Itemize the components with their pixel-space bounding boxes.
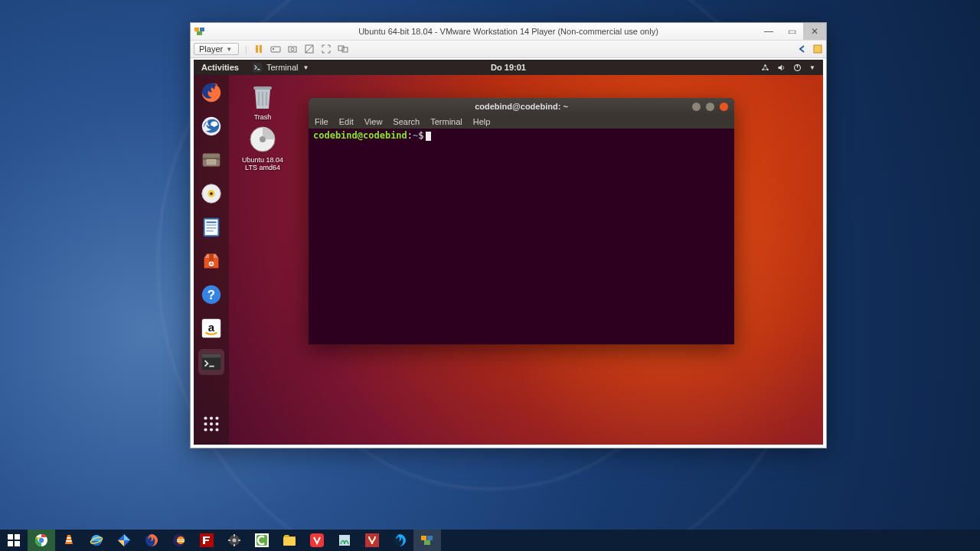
taskbar-eclipse[interactable]	[165, 530, 193, 551]
volume-icon	[777, 64, 786, 72]
vmware-player-window: Ubuntu 64-bit 18.04 - VMware Workstation…	[190, 22, 827, 448]
app-menu[interactable]: Terminal ▼	[253, 63, 309, 72]
snapshot-icon[interactable]	[287, 44, 298, 54]
dock-software[interactable]	[198, 248, 224, 274]
svg-rect-67	[177, 541, 185, 542]
svg-rect-55	[8, 541, 13, 546]
dock-firefox[interactable]	[198, 80, 224, 106]
svg-rect-59	[67, 537, 71, 539]
send-ctrlaltdel-icon[interactable]	[270, 44, 281, 54]
taskbar-firefox-dev[interactable]	[386, 530, 413, 551]
manage-icon[interactable]	[812, 44, 823, 54]
menu-terminal[interactable]: Terminal	[430, 117, 462, 126]
taskbar-explorer[interactable]	[276, 530, 303, 551]
svg-rect-49	[253, 86, 272, 90]
svg-text:?: ?	[207, 288, 215, 302]
svg-point-44	[210, 422, 213, 425]
taskbar-chrome[interactable]	[28, 530, 55, 551]
dock-terminal[interactable]	[198, 349, 224, 375]
menu-help[interactable]: Help	[473, 117, 491, 126]
desktop-install-label: Ubuntu 18.04 LTS amd64	[241, 156, 284, 172]
taskbar-firefox[interactable]	[138, 530, 165, 551]
dock-writer[interactable]	[198, 214, 224, 240]
menu-search[interactable]: Search	[393, 117, 420, 126]
chevron-down-icon: ▼	[303, 64, 309, 71]
menu-view[interactable]: View	[364, 117, 383, 126]
terminal-menubar: File Edit View Search Terminal Help	[309, 115, 734, 129]
svg-rect-53	[8, 534, 13, 540]
svg-rect-10	[338, 46, 344, 51]
svg-point-8	[291, 48, 294, 51]
svg-point-70	[233, 539, 237, 543]
svg-rect-2	[197, 31, 202, 35]
minimize-button[interactable]: —	[757, 23, 780, 40]
player-menu-button[interactable]: Player ▼	[194, 43, 239, 55]
svg-point-43	[204, 422, 207, 425]
desktop-trash-label: Trash	[241, 113, 284, 121]
vmware-app-icon	[194, 25, 206, 37]
svg-rect-77	[283, 537, 296, 546]
svg-rect-1	[200, 28, 204, 31]
desktop-install-media[interactable]: Ubuntu 18.04 LTS amd64	[241, 124, 284, 172]
show-applications-button[interactable]	[198, 411, 224, 437]
svg-rect-82	[421, 536, 426, 540]
gnome-top-bar: Activities Terminal ▼ Do 19:01 ▼	[194, 60, 823, 75]
multiple-monitors-icon[interactable]	[338, 44, 348, 54]
terminal-body[interactable]: codebind@codebind:~$	[309, 129, 734, 344]
svg-text:a: a	[208, 321, 215, 334]
svg-point-58	[39, 538, 44, 543]
svg-rect-4	[260, 45, 262, 53]
start-button[interactable]	[0, 530, 28, 551]
app-menu-label: Terminal	[266, 63, 299, 72]
terminal-title: codebind@codebind: ~	[309, 102, 734, 111]
unity-icon[interactable]	[304, 44, 315, 54]
collapse-icon[interactable]	[797, 44, 808, 54]
taskbar-notepadpp[interactable]	[331, 530, 358, 551]
dock-thunderbird[interactable]	[198, 113, 224, 139]
taskbar-settings[interactable]	[220, 530, 248, 551]
taskbar-vivaldi[interactable]	[303, 530, 331, 551]
svg-rect-31	[206, 230, 213, 232]
windows-taskbar	[0, 530, 980, 551]
close-button[interactable]: ✕	[803, 23, 826, 40]
vmware-titlebar[interactable]: Ubuntu 64-bit 18.04 - VMware Workstation…	[191, 23, 826, 41]
svg-rect-5	[271, 47, 280, 52]
menu-edit[interactable]: Edit	[339, 117, 354, 126]
gnome-terminal-window[interactable]: codebind@codebind: ~ File Edit View Sear…	[309, 98, 734, 344]
pause-icon[interactable]	[253, 44, 264, 54]
terminal-maximize-button[interactable]	[706, 103, 714, 111]
taskbar-vmware-active[interactable]	[413, 530, 441, 551]
svg-rect-30	[206, 227, 216, 229]
terminal-icon	[253, 63, 262, 72]
svg-point-48	[215, 428, 218, 431]
activities-button[interactable]: Activities	[201, 63, 239, 72]
svg-point-40	[204, 416, 207, 419]
terminal-titlebar[interactable]: codebind@codebind: ~	[309, 98, 734, 115]
fullscreen-icon[interactable]	[321, 44, 332, 54]
dock-rhythmbox[interactable]	[198, 181, 224, 207]
taskbar-filezilla[interactable]	[193, 530, 220, 551]
svg-rect-83	[427, 536, 433, 540]
terminal-minimize-button[interactable]	[692, 103, 701, 111]
dock-help[interactable]: ?	[198, 282, 224, 308]
taskbar-camtasia[interactable]	[248, 530, 276, 551]
menu-file[interactable]: File	[315, 117, 328, 126]
svg-point-41	[210, 416, 213, 419]
svg-rect-12	[814, 45, 822, 53]
vmware-toolbar: Player ▼ |	[191, 41, 826, 58]
taskbar-vlc[interactable]	[55, 530, 83, 551]
ubuntu-desktop[interactable]: Activities Terminal ▼ Do 19:01 ▼	[194, 60, 823, 445]
terminal-close-button[interactable]	[720, 103, 728, 111]
desktop-trash[interactable]: Trash	[241, 81, 284, 121]
maximize-button[interactable]: ▭	[780, 23, 803, 40]
dock-files[interactable]	[198, 147, 224, 173]
terminal-cursor	[426, 132, 431, 141]
vmware-window-title: Ubuntu 64-bit 18.04 - VMware Workstation…	[191, 27, 826, 36]
svg-rect-28	[206, 222, 216, 223]
prompt-user: codebind@codebind	[313, 130, 407, 141]
dock-amazon[interactable]: a	[198, 315, 224, 341]
system-status-area[interactable]: ▼	[761, 64, 815, 72]
taskbar-ie[interactable]	[83, 530, 110, 551]
taskbar-app-diamond[interactable]	[110, 530, 138, 551]
taskbar-handbrake[interactable]	[358, 530, 386, 551]
